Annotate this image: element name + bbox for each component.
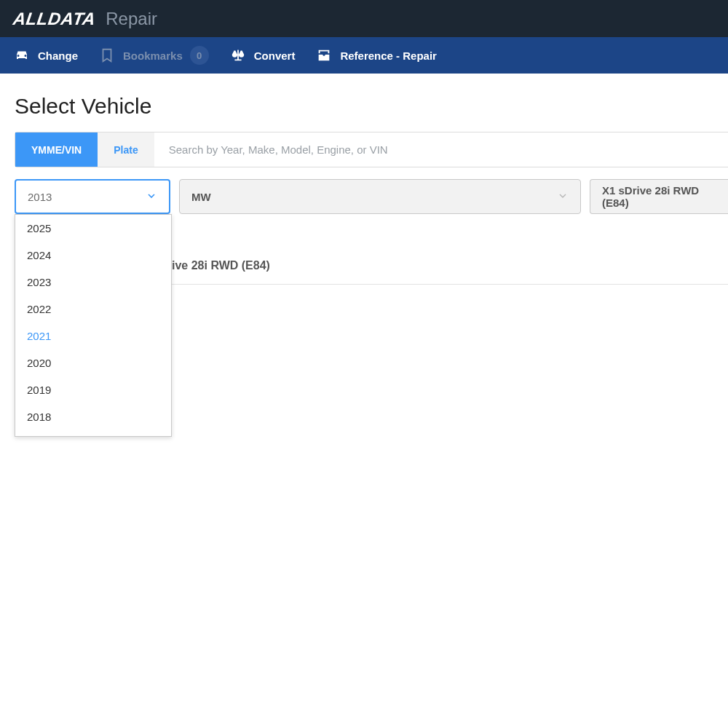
nav-bookmarks[interactable]: Bookmarks 0 xyxy=(98,46,209,65)
year-option[interactable]: 2024 xyxy=(15,242,171,269)
nav-bookmarks-label: Bookmarks xyxy=(123,50,183,62)
product-name: Repair xyxy=(106,9,157,29)
year-option[interactable]: 2022 xyxy=(15,296,171,323)
tab-plate[interactable]: Plate xyxy=(98,132,154,167)
logo: ALLDATA xyxy=(12,9,97,29)
scale-icon xyxy=(229,47,247,64)
nav-bar: Change Bookmarks 0 Convert Reference - R… xyxy=(0,37,728,74)
nav-change-label: Change xyxy=(38,50,78,62)
year-option[interactable]: 2025 xyxy=(15,215,171,242)
app-header: ALLDATA Repair xyxy=(0,0,728,37)
nav-convert-label: Convert xyxy=(254,50,296,62)
page-title: Select Vehicle xyxy=(15,94,728,119)
nav-reference-label: Reference - Repair xyxy=(340,50,437,62)
nav-reference[interactable]: Reference - Repair xyxy=(315,47,437,64)
year-option[interactable]: 2019 xyxy=(15,376,171,403)
year-select-value: 2013 xyxy=(28,191,52,203)
tab-ymme[interactable]: YMME/VIN xyxy=(15,132,98,167)
model-select-value: X1 sDrive 28i RWD (E84) xyxy=(602,184,716,209)
bookmark-icon xyxy=(98,47,116,64)
make-select[interactable]: MW xyxy=(179,179,581,214)
chevron-down-icon xyxy=(557,190,569,204)
model-select[interactable]: X1 sDrive 28i RWD (E84) xyxy=(590,179,728,214)
year-option[interactable]: 2018 xyxy=(15,403,171,430)
nav-convert[interactable]: Convert xyxy=(229,47,296,64)
year-option[interactable]: 2017 xyxy=(15,430,171,437)
make-select-value: MW xyxy=(191,191,211,203)
year-option[interactable]: 2023 xyxy=(15,269,171,296)
year-option[interactable]: 2020 xyxy=(15,349,171,376)
nav-change[interactable]: Change xyxy=(13,47,78,64)
year-select[interactable]: 2013 xyxy=(15,179,170,214)
search-row: YMME/VIN Plate xyxy=(15,132,728,167)
year-option[interactable]: 2021 xyxy=(15,323,171,349)
car-icon xyxy=(13,47,31,64)
breadcrumb-text: ive 28i RWD (E84) xyxy=(172,259,270,272)
year-dropdown[interactable]: 2025202420232022202120202019201820172016… xyxy=(15,214,172,437)
bookmarks-badge: 0 xyxy=(190,46,209,65)
selector-row: 2013 20252024202320222021202020192018201… xyxy=(15,179,728,214)
search-input[interactable] xyxy=(154,132,728,167)
inbox-icon xyxy=(315,47,333,64)
chevron-down-icon xyxy=(146,190,157,204)
